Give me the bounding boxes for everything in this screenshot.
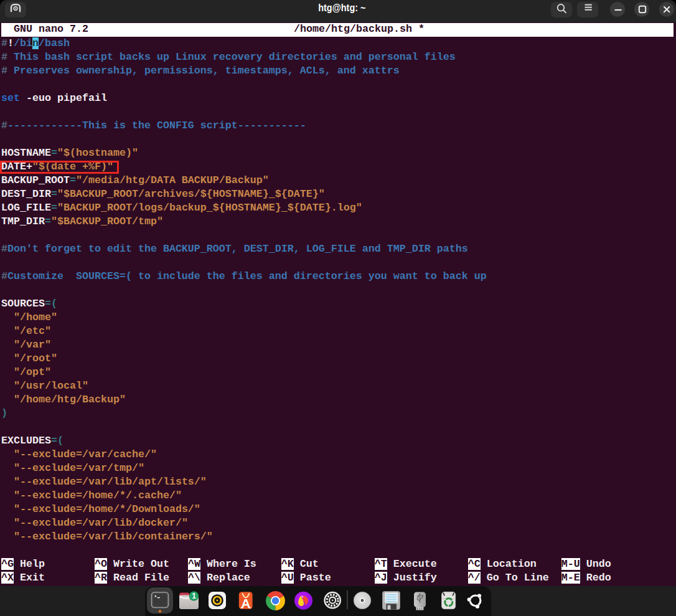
svg-text:1: 1 (192, 592, 196, 600)
svg-text:A: A (241, 596, 250, 610)
